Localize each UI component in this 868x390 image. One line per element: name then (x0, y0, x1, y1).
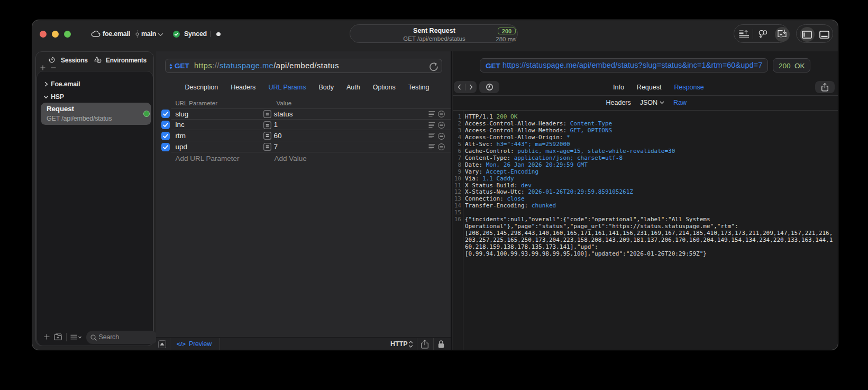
text-format-icon[interactable] (428, 111, 435, 117)
cloud-icon (91, 31, 100, 37)
param-name[interactable]: rtm (176, 132, 186, 140)
sync-pull-icon[interactable] (759, 30, 768, 39)
history-nav-buttons (454, 81, 477, 93)
remove-param-icon[interactable] (438, 133, 445, 140)
text-format-icon[interactable] (428, 122, 435, 128)
param-value[interactable]: 60 (274, 132, 282, 140)
request-url[interactable]: https://statuspage.me/api/embed/status (194, 61, 339, 70)
remove-session-icon[interactable] (51, 65, 56, 70)
line-segment: Content-Type (567, 120, 612, 127)
toggle-bottom-panel-icon[interactable] (819, 31, 829, 39)
sent-request-pill[interactable]: Sent Request GET /api/embed/status 200 2… (350, 24, 518, 43)
add-value-button[interactable]: Add Value (275, 155, 307, 162)
tab-description[interactable]: Description (185, 84, 218, 91)
param-row[interactable]: rtm 60 (156, 130, 451, 141)
tree-group-foe-email[interactable]: Foe.email (51, 80, 80, 88)
tab-sessions[interactable]: Sessions (61, 57, 88, 64)
param-value[interactable]: status (274, 110, 293, 118)
project-name[interactable]: foe.email (103, 31, 130, 38)
remove-param-icon[interactable] (438, 111, 445, 117)
protocol-selector[interactable]: HTTP (390, 340, 408, 348)
tab-headers[interactable]: Headers (231, 84, 255, 91)
line-segment: Vary: (465, 168, 482, 175)
tab-testing[interactable]: Testing (408, 84, 430, 91)
tab-url-params[interactable]: URL Params (268, 84, 306, 91)
remove-param-icon[interactable] (438, 143, 445, 150)
close-window-button[interactable] (40, 31, 47, 38)
tab-body[interactable]: Body (318, 84, 334, 91)
add-param-button[interactable]: Add URL Parameter (176, 155, 240, 162)
remove-param-icon[interactable] (438, 122, 445, 129)
param-checkbox[interactable] (161, 110, 170, 118)
new-folder-icon[interactable] (54, 333, 62, 340)
line-segment: Connection: (465, 195, 504, 202)
subtab-json[interactable]: JSON (640, 99, 664, 106)
response-url: https://statuspage.me/api/embed/status?s… (502, 61, 762, 69)
text-format-icon[interactable] (428, 133, 435, 139)
param-value[interactable]: 7 (274, 143, 278, 151)
line-segment: Via: (465, 175, 479, 182)
param-row[interactable]: inc 1 (156, 120, 451, 131)
param-row[interactable]: slug status (156, 108, 451, 120)
send-receive-icon[interactable] (778, 30, 787, 38)
tab-request[interactable]: Request (637, 84, 662, 91)
lock-icon[interactable] (438, 340, 444, 348)
line-segment: Mon, 26 Jan 2026 20:29:59 GMT (482, 161, 588, 168)
request-tabs: Description Headers URL Params Body Auth… (160, 82, 454, 93)
branch-name[interactable]: main (141, 31, 156, 38)
resend-request-icon[interactable] (429, 62, 438, 71)
chevron-right-icon[interactable] (44, 81, 48, 87)
line-number: 8 (453, 162, 461, 169)
search-icon (90, 334, 97, 341)
export-log-icon[interactable] (739, 30, 750, 38)
tab-response[interactable]: Response (674, 84, 703, 91)
preview-button[interactable]: Preview (189, 340, 212, 348)
param-checkbox[interactable] (161, 132, 170, 140)
method-select-icon[interactable] (169, 64, 172, 69)
search-box[interactable]: Search (86, 331, 158, 344)
tab-info[interactable]: Info (613, 84, 624, 91)
request-url-bar[interactable]: GET https://statuspage.me/api/embed/stat… (165, 59, 442, 73)
expand-panel-button[interactable] (158, 340, 166, 348)
param-name[interactable]: upd (176, 143, 188, 151)
text-format-icon[interactable] (428, 144, 435, 150)
tree-group-hsp[interactable]: HSP (51, 93, 64, 101)
response-status-text: OK (794, 62, 805, 70)
sort-list-icon[interactable] (70, 334, 82, 340)
nav-forward-icon[interactable] (469, 84, 473, 90)
response-body[interactable]: 1HTTP/1.1 200 OK2Access-Control-Allow-He… (453, 110, 838, 351)
toggle-left-panel-icon[interactable] (802, 31, 812, 39)
share-request-icon[interactable] (421, 340, 428, 349)
new-request-icon[interactable] (44, 334, 50, 340)
branch-chevron-down-icon[interactable] (158, 33, 163, 37)
param-checkbox[interactable] (161, 121, 170, 129)
minimize-window-button[interactable] (52, 31, 59, 38)
subtab-raw[interactable]: Raw (673, 99, 687, 106)
request-tree-item[interactable]: Request GET /api/embed/status (41, 103, 151, 125)
subtab-headers[interactable]: Headers (606, 99, 631, 106)
param-value[interactable]: 1 (274, 121, 278, 129)
screen: foe.email main Synced Sent Request GET /… (0, 0, 868, 390)
line-number: 16 (453, 216, 461, 223)
response-url-bar[interactable]: GET https://statuspage.me/api/embed/stat… (480, 58, 768, 72)
request-duration: 280 ms (493, 36, 516, 42)
history-button[interactable] (479, 81, 499, 93)
nav-back-icon[interactable] (458, 84, 461, 90)
add-session-icon[interactable] (40, 65, 45, 70)
request-method[interactable]: GET (175, 62, 189, 70)
response-line: 14Transfer-Encoding: chunked (453, 203, 838, 210)
param-name[interactable]: inc (176, 121, 185, 129)
footer-divider-3 (417, 338, 417, 350)
shapes-icon (94, 56, 102, 64)
tab-environments[interactable]: Environments (106, 57, 147, 64)
tab-options[interactable]: Options (373, 84, 396, 91)
line-segment: close (504, 195, 525, 202)
param-row[interactable]: upd 7 (156, 141, 451, 152)
tab-auth[interactable]: Auth (346, 84, 360, 91)
chevron-down-icon[interactable] (43, 95, 49, 99)
zoom-window-button[interactable] (64, 31, 71, 38)
share-response-button[interactable] (815, 81, 835, 93)
param-checkbox[interactable] (161, 143, 170, 151)
param-name[interactable]: slug (176, 110, 189, 118)
footer-divider-2 (220, 338, 220, 350)
